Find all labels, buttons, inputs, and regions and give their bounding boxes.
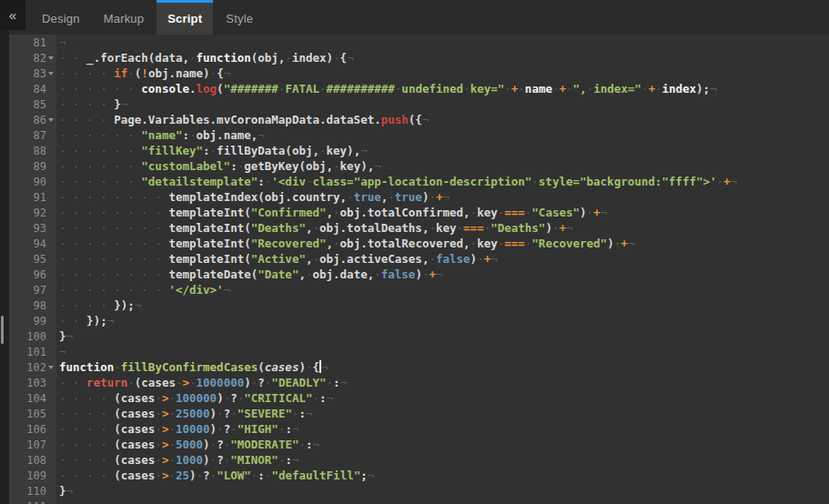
- line-number: 111: [9, 500, 46, 504]
- code-line[interactable]: · · · · (cases·>·5000)·?·"MODERATE"·:¬: [59, 437, 829, 452]
- line-number: 101: [9, 346, 46, 358]
- code-lines: ¬· · _.forEach(data,·function(obj,·index…: [59, 35, 829, 504]
- gutter: 8182838485868788899091929394959697989910…: [9, 35, 56, 504]
- line-number: 100: [9, 330, 46, 343]
- code-line[interactable]: · · _.forEach(data,·function(obj,·index)…: [59, 50, 829, 66]
- code-line[interactable]: · · · · }¬: [59, 96, 829, 112]
- line-number: 102: [9, 361, 46, 374]
- line-number: 109: [9, 469, 46, 482]
- line-number: 89: [9, 160, 46, 173]
- code-line[interactable]: · · · · · · · · '</div>'¬: [59, 282, 829, 297]
- code-line[interactable]: · · · · });¬: [59, 297, 829, 313]
- tab-style[interactable]: Style: [215, 0, 264, 35]
- line-number: 88: [9, 145, 46, 157]
- code-line[interactable]: ¬: [59, 344, 829, 359]
- fold-toggle-icon[interactable]: [46, 117, 56, 122]
- code-line[interactable]: }¬: [59, 328, 829, 344]
- code-line[interactable]: ¬: [59, 499, 829, 504]
- line-number: 84: [9, 83, 46, 96]
- fold-toggle-icon[interactable]: [46, 71, 56, 76]
- line-number: 110: [9, 485, 46, 498]
- code-line[interactable]: · · · · · · "fillKey":·fillByData(obj,·k…: [59, 143, 829, 158]
- line-number: 92: [9, 207, 46, 219]
- line-number: 82: [9, 52, 46, 65]
- chevron-double-left-icon: «: [9, 8, 16, 22]
- tab-markup[interactable]: Markup: [93, 0, 156, 35]
- tab-design[interactable]: Design: [31, 0, 91, 35]
- collapse-panel-button[interactable]: «: [0, 0, 25, 30]
- fold-toggle-icon[interactable]: [46, 55, 56, 60]
- code-area[interactable]: ¬· · _.forEach(data,·function(obj,·index…: [56, 35, 829, 504]
- code-line[interactable]: function·fillByConfirmedCases(cases)·{¬: [59, 359, 829, 375]
- code-line[interactable]: }¬: [59, 483, 829, 499]
- line-number: 90: [9, 176, 46, 188]
- code-line[interactable]: · · · · (cases·>·10000)·?·"HIGH"·:¬: [59, 421, 829, 437]
- tab-list: DesignMarkupScriptStyle: [30, 0, 829, 35]
- tab-script[interactable]: Script: [157, 0, 213, 35]
- line-number: 83: [9, 67, 46, 80]
- code-line[interactable]: · · · · · · "detailstemplate":·'<div·cla…: [59, 174, 829, 189]
- line-number: 95: [9, 253, 46, 266]
- line-number: 87: [9, 129, 46, 142]
- code-line[interactable]: · · · · · · · · templateInt("Deaths",·ob…: [59, 220, 829, 236]
- code-line[interactable]: · · return·(cases·>·1000000)·?·"DEADLY"·…: [59, 375, 829, 390]
- code-line[interactable]: ¬: [59, 35, 829, 50]
- left-panel-strip: [0, 30, 9, 504]
- code-line[interactable]: · · · · (cases·>·25)·?·"LOW"·:·"defaultF…: [59, 468, 829, 483]
- line-number: 98: [9, 299, 46, 312]
- line-number: 91: [9, 191, 46, 204]
- editor-tab-bar: DesignMarkupScriptStyle: [0, 0, 829, 35]
- left-scrollbar-thumb[interactable]: [1, 316, 4, 344]
- code-line[interactable]: · · · · if·(!obj.name)·{¬: [59, 66, 829, 81]
- line-number: 97: [9, 284, 46, 297]
- script-editor-window: DesignMarkupScriptStyle « 81828384858687…: [0, 0, 829, 504]
- code-line[interactable]: · · });¬: [59, 313, 829, 328]
- code-line[interactable]: · · · · · · · · templateInt("Confirmed",…: [59, 205, 829, 220]
- line-number: 94: [9, 237, 46, 250]
- line-number: 99: [9, 315, 46, 328]
- line-number: 93: [9, 222, 46, 235]
- code-line[interactable]: · · · · (cases·>·25000)·?·"SEVERE"·:¬: [59, 406, 829, 421]
- code-line[interactable]: · · · · · · · · templateIndex(obj.countr…: [59, 189, 829, 205]
- line-number: 108: [9, 454, 46, 467]
- code-editor: 8182838485868788899091929394959697989910…: [9, 35, 829, 504]
- line-number: 104: [9, 392, 46, 405]
- fold-toggle-icon[interactable]: [46, 365, 56, 369]
- line-number: 85: [9, 98, 46, 111]
- line-number: 106: [9, 423, 46, 436]
- code-line[interactable]: · · · · · · "customLabel":·getByKey(obj,…: [59, 158, 829, 174]
- line-number: 81: [9, 36, 46, 49]
- code-line[interactable]: · · · · (cases·>·100000)·?·"CRITICAL"·:¬: [59, 390, 829, 406]
- code-line[interactable]: · · · · · · "name":·obj.name,¬: [59, 127, 829, 143]
- code-line[interactable]: · · · · · · console.log("#######·FATAL·#…: [59, 81, 829, 96]
- code-line[interactable]: · · · · Page.Variables.mvCoronaMapData.d…: [59, 112, 829, 127]
- line-number: 96: [9, 268, 46, 281]
- line-number: 107: [9, 438, 46, 451]
- code-line[interactable]: · · · · (cases·>·1000)·?·"MINOR"·:¬: [59, 452, 829, 468]
- line-number: 103: [9, 377, 46, 389]
- code-line[interactable]: · · · · · · · · templateInt("Recovered",…: [59, 236, 829, 251]
- code-line[interactable]: · · · · · · · · templateDate("Date",·obj…: [59, 267, 829, 282]
- line-number: 105: [9, 408, 46, 420]
- code-line[interactable]: · · · · · · · · templateInt("Active",·ob…: [59, 251, 829, 267]
- line-number: 86: [9, 114, 46, 126]
